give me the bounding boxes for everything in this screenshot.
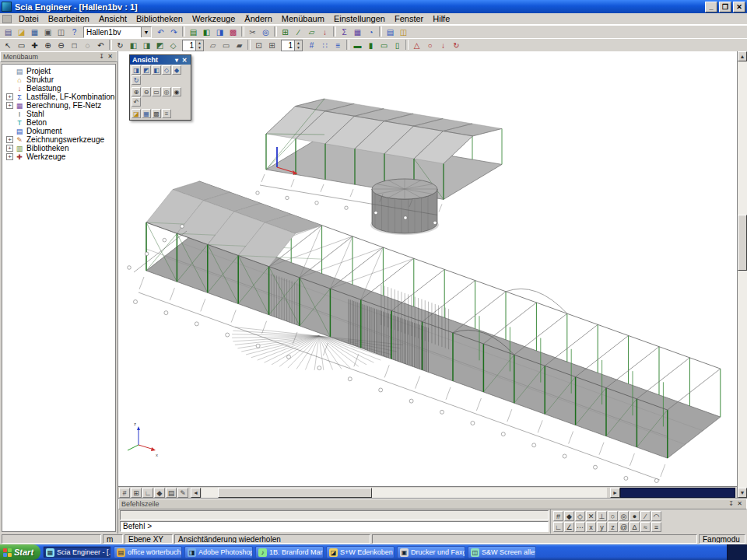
member-2d-icon[interactable]: ▱ bbox=[305, 26, 318, 38]
menu-bibliotheken[interactable]: Bibliotheken bbox=[132, 13, 188, 24]
status-plane[interactable]: Ebene XY bbox=[124, 534, 173, 544]
menu-datei[interactable]: Datei bbox=[14, 13, 44, 24]
tree-item-berechnung-fe-netz[interactable]: +▦Berechnung, FE-Netz bbox=[2, 101, 115, 110]
stepper-arrows-icon[interactable]: ▲▼ bbox=[195, 40, 203, 51]
plate-icon[interactable]: ▭ bbox=[377, 40, 391, 51]
snap-center-icon[interactable]: ◎ bbox=[619, 511, 629, 521]
previous-view-icon[interactable]: ↶ bbox=[132, 97, 141, 107]
zoom-in-icon[interactable]: ⊕ bbox=[41, 40, 54, 51]
tree-item-werkzeuge[interactable]: +✚Werkzeuge bbox=[2, 152, 115, 161]
menu-einstellungen[interactable]: Einstellungen bbox=[329, 13, 390, 24]
open-project-icon[interactable]: ◪ bbox=[15, 26, 28, 38]
print-preview-icon[interactable]: ◫ bbox=[54, 26, 68, 38]
snap-tangent-icon[interactable]: ○ bbox=[608, 511, 618, 521]
lock-y-icon[interactable]: y bbox=[597, 522, 607, 532]
wall-icon[interactable]: ▯ bbox=[391, 40, 404, 51]
absolute-coords-icon[interactable]: @ bbox=[619, 522, 629, 532]
expander-icon[interactable]: + bbox=[6, 102, 13, 109]
results-icon[interactable]: ◔ bbox=[364, 26, 377, 38]
load-panel-icon[interactable]: ↓ bbox=[318, 26, 331, 38]
measure-icon[interactable]: ≈ bbox=[640, 522, 651, 532]
document-icon[interactable]: ▤ bbox=[384, 26, 397, 38]
undo-icon[interactable]: ↶ bbox=[154, 26, 167, 38]
member-1d-icon[interactable]: ∕ bbox=[292, 26, 305, 38]
snap-toggle-icon[interactable]: ◆ bbox=[154, 488, 165, 498]
working-plane-icon[interactable]: ⊞ bbox=[265, 40, 279, 51]
hinge-icon[interactable]: ○ bbox=[423, 40, 437, 51]
moment-icon[interactable]: ↻ bbox=[450, 40, 463, 51]
tree-item-dokument[interactable]: ▤Dokument bbox=[2, 127, 115, 135]
zoom-all-icon[interactable]: ◎ bbox=[162, 87, 171, 96]
lock-z-icon[interactable]: z bbox=[608, 522, 618, 532]
taskbar-button-office-wörterbuch[interactable]: ▤office wörterbuch ... bbox=[114, 546, 182, 558]
dot-grid-icon[interactable]: ∷ bbox=[318, 40, 331, 51]
snap-settings-icon[interactable]: ≡ bbox=[651, 522, 661, 532]
expander-icon[interactable]: + bbox=[6, 136, 13, 143]
taskbar-button-s-w-edenkoben[interactable]: ◪S+W Edenkoben bbox=[326, 546, 395, 558]
taskbar-button-drucker-und-faxg[interactable]: ▣Drucker und Faxg... bbox=[397, 546, 465, 558]
tree-item-belastung[interactable]: ↓Belastung bbox=[2, 84, 115, 93]
menu-bearbeiten[interactable]: Bearbeiten bbox=[44, 13, 94, 24]
fe-mesh-icon[interactable]: ▦ bbox=[351, 26, 364, 38]
command-input[interactable]: Befehl > bbox=[120, 521, 549, 532]
taskbar-button-1b-branford-marsa[interactable]: ♪1B. Branford Marsa... bbox=[255, 546, 324, 558]
tree-item-lastfälle-lf-kombinationen[interactable]: +ΣLastfälle, LF-Kombinationen bbox=[2, 93, 115, 101]
view-x-icon[interactable]: ◨ bbox=[132, 65, 141, 75]
view-front-icon[interactable]: ◧ bbox=[127, 40, 140, 51]
beam-icon[interactable]: ▬ bbox=[351, 40, 364, 51]
taskbar-button-scia-engineer[interactable]: ▦Scia Engineer - [... bbox=[43, 546, 111, 558]
open-view-icon[interactable]: ◪ bbox=[132, 109, 141, 118]
pointer-icon[interactable]: ↖ bbox=[2, 40, 15, 51]
menu-ändern[interactable]: Ändern bbox=[240, 13, 276, 24]
clip-box-icon[interactable]: ⊡ bbox=[252, 40, 265, 51]
save-view-icon[interactable]: ▦ bbox=[142, 109, 151, 118]
snap-grid-icon[interactable]: # bbox=[553, 511, 563, 521]
axonometric-icon[interactable]: ◇ bbox=[162, 65, 171, 75]
tree-item-bibliotheken[interactable]: +▥Bibliotheken bbox=[2, 144, 115, 152]
render-settings-icon[interactable]: ▩ bbox=[152, 109, 161, 118]
expander-icon[interactable]: + bbox=[6, 153, 13, 160]
menu-hilfe[interactable]: Hilfe bbox=[428, 13, 454, 24]
maximize-button[interactable]: ❐ bbox=[719, 2, 731, 12]
polar-mode-icon[interactable]: ∠ bbox=[564, 522, 574, 532]
view-z-icon[interactable]: ◧ bbox=[152, 65, 161, 75]
tree-item-zeichnungswerkzeuge[interactable]: +✎Zeichnungswerkzeuge bbox=[2, 135, 115, 144]
minimized-window-strip[interactable] bbox=[620, 488, 735, 498]
zoom-window-icon[interactable]: ▭ bbox=[152, 87, 161, 96]
view-menu-icon[interactable]: ≡ bbox=[162, 109, 171, 118]
help-icon[interactable]: ? bbox=[68, 26, 81, 38]
viewport-3d[interactable]: zx Ansicht ▾ ✕ ◨◩◧◇◆↻ ⊕⊖▭◎◉↶ ◪▦▩≡ bbox=[118, 51, 737, 498]
palette-menu-icon[interactable]: ▾ bbox=[173, 56, 181, 65]
grid-toggle-icon[interactable]: ⊞ bbox=[131, 488, 142, 498]
snap-perpendicular-icon[interactable]: ⊥ bbox=[597, 511, 607, 521]
expander-icon[interactable]: + bbox=[6, 145, 13, 152]
structure-grid-icon[interactable]: ⊞ bbox=[279, 26, 292, 38]
close-button[interactable]: ✕ bbox=[733, 2, 745, 12]
combo-dropdown-icon[interactable]: ▼ bbox=[141, 27, 151, 37]
column-icon[interactable]: ▮ bbox=[364, 40, 377, 51]
previous-zoom-icon[interactable]: ↶ bbox=[94, 40, 107, 51]
ortho-toggle-icon[interactable]: ∟ bbox=[142, 488, 153, 498]
system-tray[interactable] bbox=[727, 544, 747, 560]
view-parameters-icon[interactable]: ◨ bbox=[213, 26, 226, 38]
close-icon[interactable]: ✕ bbox=[735, 500, 744, 509]
rotate-view-icon[interactable]: ↻ bbox=[114, 40, 127, 51]
zoom-out-icon[interactable]: ⊖ bbox=[142, 87, 151, 96]
ortho-mode-icon[interactable]: ∟ bbox=[553, 522, 563, 532]
tree-item-stahl[interactable]: IStahl bbox=[2, 110, 115, 118]
hidden-line-icon[interactable]: ▭ bbox=[219, 40, 233, 51]
shaded-icon[interactable]: ▰ bbox=[233, 40, 246, 51]
vscroll-thumb[interactable] bbox=[738, 215, 747, 271]
redo-icon[interactable]: ↷ bbox=[167, 26, 181, 38]
annotate-icon[interactable]: ✎ bbox=[177, 488, 188, 498]
rotate-view-icon[interactable]: ↻ bbox=[132, 75, 141, 85]
snap-node-icon[interactable]: ● bbox=[630, 511, 640, 521]
taskbar-button-adobe-photoshop[interactable]: ◨Adobe Photoshop ... bbox=[184, 546, 253, 558]
scroll-left-icon[interactable]: ◄ bbox=[191, 488, 201, 498]
tree-item-struktur[interactable]: ⌂Struktur bbox=[2, 75, 115, 84]
activity-icon[interactable]: ◧ bbox=[200, 26, 213, 38]
relative-coords-icon[interactable]: Δ bbox=[630, 522, 640, 532]
taskbar-button-s-w-screen-alles[interactable]: ◫S&W Screen alles -... bbox=[468, 546, 536, 558]
pin-icon[interactable]: ↧ bbox=[97, 53, 106, 61]
grid-snap-icon[interactable]: # bbox=[305, 40, 318, 51]
